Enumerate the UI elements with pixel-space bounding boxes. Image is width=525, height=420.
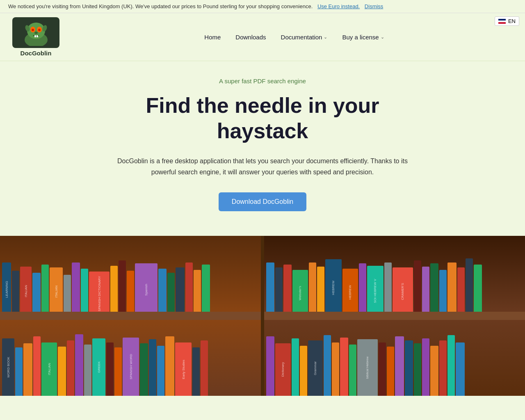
hero-section: A super fast PDF search engine Find the … bbox=[0, 61, 525, 236]
book-item bbox=[283, 265, 292, 316]
book-item: SPANISH WORD bbox=[123, 338, 139, 396]
book-item bbox=[317, 267, 324, 316]
book-item: ITALIAN bbox=[41, 342, 57, 396]
goblin-icon bbox=[18, 19, 55, 46]
book-item: HEBREW bbox=[342, 269, 358, 316]
book-item bbox=[165, 336, 174, 396]
book-item bbox=[157, 346, 164, 396]
book-item bbox=[119, 260, 126, 316]
book-item bbox=[379, 342, 386, 396]
book-item bbox=[275, 267, 283, 316]
book-item bbox=[64, 275, 71, 316]
book-item bbox=[149, 339, 156, 396]
book-item: Grammar bbox=[308, 340, 323, 396]
hero-description: DocGoblin is a free desktop application … bbox=[115, 155, 410, 178]
use-euro-link[interactable]: Use Euro instead. bbox=[317, 3, 360, 9]
book-item bbox=[167, 273, 175, 316]
notice-bar: We noticed you're visiting from United K… bbox=[0, 0, 525, 13]
svg-point-6 bbox=[32, 29, 34, 31]
book-item: GREEK bbox=[92, 338, 105, 396]
book-item bbox=[202, 265, 210, 316]
book-item bbox=[84, 345, 91, 396]
bookshelf-right: Webster's HEBREW HEBREW SOI HEBREW V CRA… bbox=[264, 236, 525, 396]
hero-title: Find the needle in your haystack bbox=[119, 93, 406, 144]
book-item: SOI HEBREW V bbox=[367, 266, 383, 316]
book-item bbox=[324, 335, 331, 396]
book-item bbox=[349, 345, 356, 396]
language-selector[interactable]: EN bbox=[495, 16, 519, 26]
book-item bbox=[309, 262, 316, 316]
book-item bbox=[384, 262, 392, 316]
book-item bbox=[140, 343, 148, 396]
book-item bbox=[439, 340, 447, 396]
book-item bbox=[266, 336, 274, 396]
book-item bbox=[447, 335, 455, 396]
book-item: ITALIAN bbox=[20, 267, 32, 316]
book-item bbox=[430, 263, 438, 316]
book-item bbox=[158, 269, 167, 316]
bookshelf-left: LEARNING ITALIAN ITALIAN SPANISH DICTION… bbox=[0, 236, 261, 396]
book-item bbox=[201, 340, 208, 396]
dismiss-link[interactable]: Dismiss bbox=[365, 3, 383, 9]
site-logo[interactable]: DocGoblin bbox=[12, 17, 59, 57]
book-item: WORD BOOK bbox=[2, 338, 14, 396]
bookshelf-divider bbox=[261, 236, 264, 396]
book-item bbox=[422, 267, 429, 316]
book-item bbox=[127, 271, 134, 316]
book-item: SPANISH DICTIONARY bbox=[89, 272, 110, 316]
book-item bbox=[106, 342, 114, 396]
nav-documentation[interactable]: Documentation ⌄ bbox=[274, 29, 335, 46]
book-item bbox=[81, 269, 88, 316]
svg-point-7 bbox=[38, 29, 41, 31]
book-item: Spanish bbox=[135, 263, 158, 316]
language-code: EN bbox=[508, 18, 516, 24]
book-item: CRAMER'S bbox=[393, 267, 413, 316]
book-item bbox=[300, 346, 307, 396]
book-item: LEARNING bbox=[2, 262, 11, 316]
book-item: HEBREW bbox=[325, 259, 342, 316]
book-item bbox=[12, 271, 19, 316]
book-item bbox=[447, 262, 457, 316]
logo-text: DocGoblin bbox=[21, 50, 52, 57]
book-item bbox=[422, 338, 429, 396]
svg-point-8 bbox=[34, 32, 38, 34]
documentation-chevron-icon: ⌄ bbox=[324, 34, 327, 40]
book-item bbox=[15, 347, 23, 396]
buy-license-chevron-icon: ⌄ bbox=[381, 34, 384, 40]
book-item bbox=[32, 273, 41, 316]
book-item bbox=[23, 343, 32, 396]
book-item bbox=[114, 347, 122, 396]
book-item bbox=[110, 266, 118, 316]
book-item bbox=[387, 347, 394, 396]
svg-rect-10 bbox=[37, 35, 38, 37]
book-item bbox=[414, 343, 421, 396]
book-item bbox=[430, 346, 438, 396]
book-item bbox=[456, 342, 465, 396]
logo-image bbox=[12, 17, 59, 48]
nav-buy-license[interactable]: Buy a license ⌄ bbox=[335, 29, 391, 46]
book-item bbox=[194, 270, 201, 316]
book-item: Dictionary bbox=[275, 343, 291, 396]
nav-home[interactable]: Home bbox=[197, 29, 228, 46]
book-item: Webster's bbox=[292, 270, 308, 316]
book-item bbox=[266, 262, 274, 316]
book-item bbox=[466, 258, 473, 316]
book-item bbox=[292, 338, 299, 396]
book-item bbox=[192, 347, 200, 396]
book-item bbox=[185, 262, 193, 316]
book-item: ITALIAN bbox=[50, 267, 63, 316]
main-nav: Home Downloads Documentation ⌄ Buy a lic… bbox=[76, 29, 513, 46]
bookshelf-section: LEARNING ITALIAN ITALIAN SPANISH DICTION… bbox=[0, 236, 525, 396]
book-item bbox=[457, 267, 465, 316]
download-button[interactable]: Download DocGoblin bbox=[219, 192, 306, 211]
nav-downloads[interactable]: Downloads bbox=[228, 29, 273, 46]
book-item bbox=[72, 262, 80, 316]
book-item bbox=[75, 334, 83, 396]
book-item bbox=[33, 336, 41, 396]
book-item bbox=[41, 265, 49, 316]
hero-subtitle: A super fast PDF search engine bbox=[8, 78, 517, 84]
book-item: Early Studies bbox=[175, 342, 192, 396]
book-item bbox=[395, 336, 404, 396]
book-item bbox=[340, 338, 348, 396]
site-header: DocGoblin Home Downloads Documentation ⌄… bbox=[0, 13, 525, 61]
